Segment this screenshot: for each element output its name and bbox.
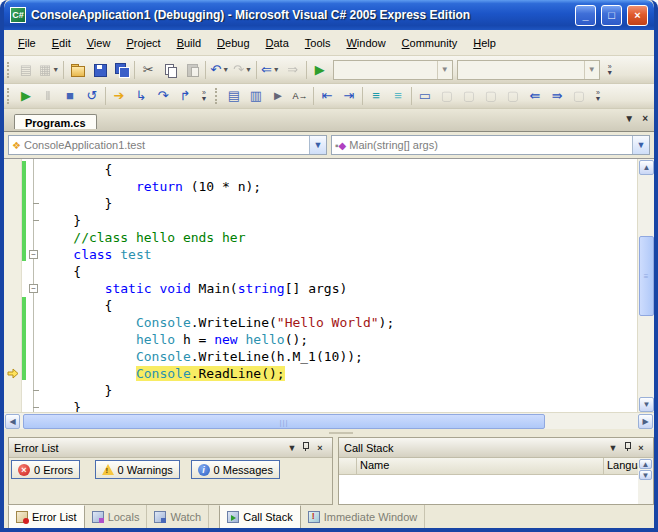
outlining-margin[interactable]: −− [27, 159, 42, 412]
chevron-down-icon[interactable]: ▼ [222, 66, 229, 73]
types-combo[interactable]: ❖ ConsoleApplication1.test ▼ [8, 135, 327, 155]
comment-lines-button[interactable]: ≡ [365, 85, 387, 107]
save-button[interactable] [88, 59, 110, 81]
step-into-button[interactable]: ↳ [130, 85, 152, 107]
navigate-backward-button[interactable]: ⇐▼ [259, 59, 282, 81]
open-file-button[interactable] [66, 59, 88, 81]
quick-info-button[interactable]: ► [267, 85, 289, 107]
menu-item-data[interactable]: Data [258, 33, 297, 53]
panel-tab-locals[interactable]: Locals [85, 505, 148, 529]
toolbar-grip[interactable] [215, 88, 220, 104]
scroll-up-icon[interactable]: ▲ [639, 160, 654, 175]
close-panel-icon[interactable]: × [313, 443, 327, 453]
menu-item-build[interactable]: Build [169, 33, 209, 53]
break-all-button[interactable]: ‖ [37, 85, 59, 107]
code-line[interactable]: Console.WriteLine("Hello World"); [42, 314, 637, 331]
vertical-scrollbar[interactable]: ▲ ≡ ▼ [637, 159, 654, 413]
toolbar-options-texteditor[interactable]: »▼ [592, 90, 604, 102]
show-next-statement-button[interactable]: ➔ [108, 85, 130, 107]
chevron-down-icon[interactable]: ▼ [273, 66, 280, 73]
menu-item-window[interactable]: Window [338, 33, 393, 53]
chevron-down-icon[interactable]: ▼ [584, 61, 599, 79]
vertical-scroll-thumb[interactable]: ≡ [639, 236, 654, 316]
restart-button[interactable]: ↺ [81, 85, 103, 107]
redo-button[interactable]: ↷▼ [231, 59, 254, 81]
code-line[interactable]: return (10 * n); [42, 178, 637, 195]
code-line[interactable]: static void Main(string[] args) [42, 280, 637, 297]
menu-item-tools[interactable]: Tools [297, 33, 339, 53]
uncomment-lines-button[interactable]: ≡ [387, 85, 409, 107]
window-position-chevron-icon[interactable]: ▼ [606, 443, 620, 453]
copy-button[interactable] [159, 59, 181, 81]
panel-tab-watch[interactable]: Watch [147, 505, 209, 529]
next-bookmark-folder-button[interactable]: ▢ [502, 85, 524, 107]
toolbar-options-debug[interactable]: »▼ [198, 90, 210, 102]
code-line[interactable]: hello h = new hello(); [42, 331, 637, 348]
scroll-down-icon[interactable]: ▼ [639, 397, 654, 412]
paste-button[interactable] [181, 59, 203, 81]
display-member-list-button[interactable]: ▤ [223, 85, 245, 107]
code-line[interactable]: { [42, 161, 637, 178]
toggle-bookmark-button[interactable]: ▭ [414, 85, 436, 107]
stop-debugging-button[interactable]: ■ [59, 85, 81, 107]
previous-bookmark-folder-button[interactable]: ▢ [480, 85, 502, 107]
chevron-down-icon[interactable]: ▼ [52, 66, 59, 73]
minimize-button[interactable]: _ [575, 5, 596, 26]
step-out-button[interactable]: ↱ [174, 85, 196, 107]
toolbar-combo-1[interactable]: ▼ [333, 60, 453, 80]
horizontal-scroll-thumb[interactable]: ||| [23, 414, 545, 429]
code-region[interactable]: −− { return (10 * n); } } //class hello … [4, 159, 637, 412]
code-line[interactable]: Console.ReadLine(); [42, 365, 637, 382]
next-bookmark-document-button[interactable]: ⇛ [546, 85, 568, 107]
code-line[interactable]: } [42, 195, 637, 212]
previous-bookmark-document-button[interactable]: ⇚ [524, 85, 546, 107]
document-tab-program-cs[interactable]: Program.cs [14, 114, 97, 129]
scroll-up-icon[interactable]: ▲ [639, 459, 652, 469]
scroll-right-icon[interactable]: ▶ [638, 414, 653, 429]
members-combo[interactable]: ▪◆ Main(string[] args) ▼ [331, 135, 650, 155]
code-line[interactable]: Console.WriteLine(h.M_1(10)); [42, 348, 637, 365]
menu-item-community[interactable]: Community [394, 33, 466, 53]
menu-item-view[interactable]: View [79, 33, 119, 53]
menu-item-edit[interactable]: Edit [44, 33, 79, 53]
auto-hide-pin-icon[interactable] [620, 442, 634, 453]
chevron-down-icon[interactable]: ▼ [437, 61, 452, 79]
scroll-down-icon[interactable]: ▼ [639, 470, 652, 480]
auto-hide-pin-icon[interactable] [299, 442, 313, 453]
next-bookmark-button[interactable]: ▢ [458, 85, 480, 107]
code-text[interactable]: { return (10 * n); } } //class hello end… [42, 161, 637, 412]
close-panel-icon[interactable]: × [634, 443, 648, 453]
code-line[interactable]: { [42, 297, 637, 314]
collapse-region-icon[interactable]: − [29, 250, 38, 259]
navigate-forward-button[interactable]: ⇒ [282, 59, 304, 81]
toolbar-combo-2[interactable]: ▼ [457, 60, 600, 80]
new-project-button[interactable]: ▤ [15, 59, 37, 81]
0-messages-toggle-button[interactable]: i0 Messages [191, 460, 280, 479]
code-line[interactable]: { [42, 263, 637, 280]
call-stack-name-column[interactable]: Name [357, 458, 604, 475]
chevron-down-icon[interactable]: ▼ [309, 136, 326, 154]
code-line[interactable]: } [42, 399, 637, 412]
save-all-button[interactable] [110, 59, 132, 81]
close-document-icon[interactable]: × [642, 113, 648, 124]
add-new-item-button[interactable]: ▦▼ [37, 59, 61, 81]
0-warnings-toggle-button[interactable]: 0 Warnings [95, 460, 180, 479]
chevron-down-icon[interactable]: ▼ [245, 66, 252, 73]
chevron-down-icon[interactable]: ▼ [632, 136, 649, 154]
horizontal-splitter[interactable] [4, 429, 654, 437]
increase-indent-button[interactable]: ⇥ [338, 85, 360, 107]
0-errors-toggle-button[interactable]: ×0 Errors [11, 460, 80, 479]
code-line[interactable]: } [42, 212, 637, 229]
step-over-button[interactable]: ↷ [152, 85, 174, 107]
horizontal-scrollbar[interactable]: ◀ ||| ▶ [4, 412, 654, 429]
close-button[interactable]: × [627, 5, 648, 26]
toolbar-options-1[interactable]: »▼ [604, 64, 616, 76]
parameter-info-button[interactable]: ▥ [245, 85, 267, 107]
toolbar-grip[interactable] [7, 88, 12, 104]
code-line[interactable]: } [42, 382, 637, 399]
cut-button[interactable]: ✂ [137, 59, 159, 81]
call-stack-title-bar[interactable]: Call Stack ▼ × [339, 438, 653, 458]
breakpoint-gutter[interactable] [4, 159, 22, 412]
undo-button[interactable]: ↶▼ [208, 59, 231, 81]
window-position-chevron-icon[interactable]: ▼ [285, 443, 299, 453]
